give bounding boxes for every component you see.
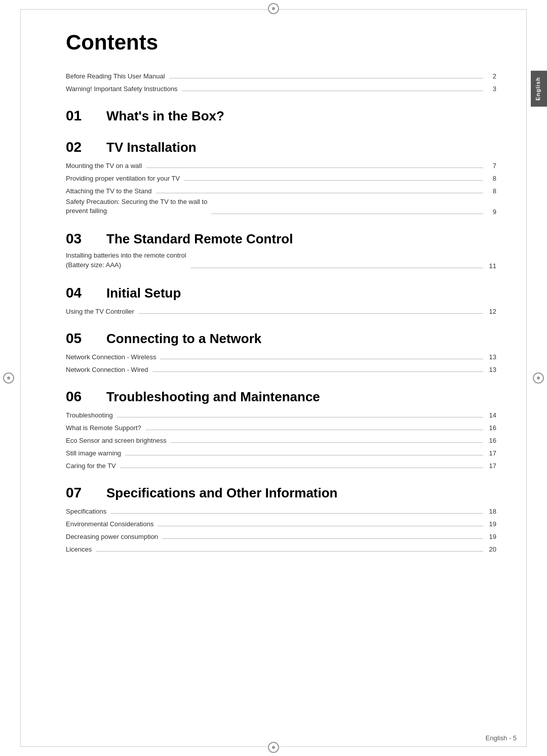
section-04-entries: Using the TV Controller 12 xyxy=(66,305,496,315)
section-07: 07 Specifications and Other Information xyxy=(66,485,496,501)
toc-item-page: 16 xyxy=(487,437,496,444)
toc-item-label: Installing batteries into the remote con… xyxy=(66,251,186,269)
binding-circle-bottom xyxy=(268,742,279,753)
toc-row: Environmental Considerations 19 xyxy=(66,518,496,528)
intro-entries: Before Reading This User Manual 2 Warnin… xyxy=(66,70,496,93)
toc-item-label: Network Connection - Wired xyxy=(66,366,148,373)
toc-leader xyxy=(110,513,483,514)
section-number: 05 xyxy=(66,330,106,347)
toc-row: Network Connection - Wireless 13 xyxy=(66,351,496,361)
toc-item-label: Warning! Important Safety Instructions xyxy=(66,85,178,93)
section-07-entries: Specifications 18 Environmental Consider… xyxy=(66,505,496,553)
toc-leader xyxy=(125,455,483,455)
section-03: 03 The Standard Remote Control xyxy=(66,231,496,247)
toc-row: Warning! Important Safety Instructions 3 xyxy=(66,82,496,93)
toc-item-page: 16 xyxy=(487,424,496,432)
toc-item-label: Using the TV Controller xyxy=(66,308,134,315)
toc-item-page: 18 xyxy=(487,508,496,515)
section-02-entries: Mounting the TV on a wall 7 Providing pr… xyxy=(66,159,496,216)
main-content: Contents Before Reading This User Manual… xyxy=(66,25,496,726)
toc-row: Network Connection - Wired 13 xyxy=(66,363,496,373)
toc-item-page: 8 xyxy=(487,187,496,195)
section-number: 04 xyxy=(66,285,106,301)
toc-leader xyxy=(146,167,483,168)
toc-leader xyxy=(152,371,483,372)
toc-item-label: Specifications xyxy=(66,508,106,515)
toc-row: Decreasing power consumption 19 xyxy=(66,530,496,540)
section-number: 01 xyxy=(66,108,106,124)
toc-item-page: 13 xyxy=(487,353,496,361)
toc-item-label: Network Connection - Wireless xyxy=(66,353,156,361)
section-05: 05 Connecting to a Network xyxy=(66,330,496,347)
toc-item-label: Attaching the TV to the Stand xyxy=(66,187,152,195)
toc-leader xyxy=(138,313,483,314)
toc-leader xyxy=(120,468,483,468)
toc-item-label: Caring for the TV xyxy=(66,462,116,470)
toc-leader xyxy=(184,180,483,181)
toc-row-multiline: Installing batteries into the remote con… xyxy=(66,251,496,269)
toc-item-label: Safety Precaution: Securing the TV to th… xyxy=(66,197,207,216)
toc-item-label: Before Reading This User Manual xyxy=(66,72,165,80)
toc-item-page: 7 xyxy=(487,162,496,170)
section-number: 03 xyxy=(66,231,106,247)
section-02: 02 TV Installation xyxy=(66,139,496,155)
toc-leader xyxy=(171,442,483,443)
toc-row: Providing proper ventilation for your TV… xyxy=(66,172,496,182)
section-title: Troubleshooting and Maintenance xyxy=(106,389,320,405)
language-tab: English xyxy=(531,71,547,107)
section-title: Connecting to a Network xyxy=(106,331,261,347)
binding-circle-top xyxy=(268,3,279,14)
section-05-entries: Network Connection - Wireless 13 Network… xyxy=(66,351,496,373)
section-04: 04 Initial Setup xyxy=(66,285,496,301)
toc-item-label: Decreasing power consumption xyxy=(66,533,158,540)
toc-row: Mounting the TV on a wall 7 xyxy=(66,159,496,170)
border-left xyxy=(20,9,21,747)
toc-item-label: Environmental Considerations xyxy=(66,520,153,528)
toc-leader xyxy=(145,430,483,430)
binding-circle-left xyxy=(3,372,14,384)
toc-item-label: Troubleshooting xyxy=(66,411,113,419)
toc-row: Caring for the TV 17 xyxy=(66,459,496,470)
toc-item-page: 8 xyxy=(487,175,496,182)
section-title: TV Installation xyxy=(106,140,197,155)
toc-item-page: 17 xyxy=(487,462,496,470)
section-number: 02 xyxy=(66,139,106,155)
toc-item-page: 14 xyxy=(487,411,496,419)
toc-leader xyxy=(169,78,483,78)
toc-item-label: Providing proper ventilation for your TV xyxy=(66,175,180,182)
toc-item-label: What is Remote Support? xyxy=(66,424,141,432)
toc-row: Attaching the TV to the Stand 8 xyxy=(66,185,496,195)
toc-leader xyxy=(182,91,483,91)
page-footer: English - 5 xyxy=(486,734,517,742)
section-title: Specifications and Other Information xyxy=(106,485,338,501)
toc-leader xyxy=(117,417,483,417)
binding-circle-right xyxy=(533,372,544,384)
toc-item-page: 12 xyxy=(487,308,496,315)
toc-item-label: Eco Sensor and screen brightness xyxy=(66,437,167,444)
toc-row-multiline: Safety Precaution: Securing the TV to th… xyxy=(66,197,496,216)
toc-item-page: 19 xyxy=(487,533,496,540)
toc-item-page: 3 xyxy=(487,85,496,93)
toc-row: Before Reading This User Manual 2 xyxy=(66,70,496,80)
section-06: 06 Troubleshooting and Maintenance xyxy=(66,389,496,405)
section-number: 06 xyxy=(66,389,106,405)
section-title: What's in the Box? xyxy=(106,108,224,124)
toc-item-page: 2 xyxy=(487,72,496,80)
toc-leader xyxy=(96,551,483,552)
toc-row: Using the TV Controller 12 xyxy=(66,305,496,315)
toc-item-page: 13 xyxy=(487,366,496,373)
section-03-entries: Installing batteries into the remote con… xyxy=(66,251,496,269)
toc-leader xyxy=(160,359,483,359)
section-number: 07 xyxy=(66,485,106,501)
toc-leader xyxy=(162,538,483,539)
border-right xyxy=(526,9,527,747)
toc-item-page: 19 xyxy=(487,520,496,528)
toc-row: What is Remote Support? 16 xyxy=(66,422,496,432)
toc-item-page: 11 xyxy=(487,262,496,270)
toc-row: Eco Sensor and screen brightness 16 xyxy=(66,434,496,444)
toc-item-page: 9 xyxy=(487,208,496,216)
section-title: The Standard Remote Control xyxy=(106,231,293,247)
toc-row: Troubleshooting 14 xyxy=(66,409,496,419)
toc-item-page: 20 xyxy=(487,545,496,553)
toc-leader xyxy=(211,214,483,214)
